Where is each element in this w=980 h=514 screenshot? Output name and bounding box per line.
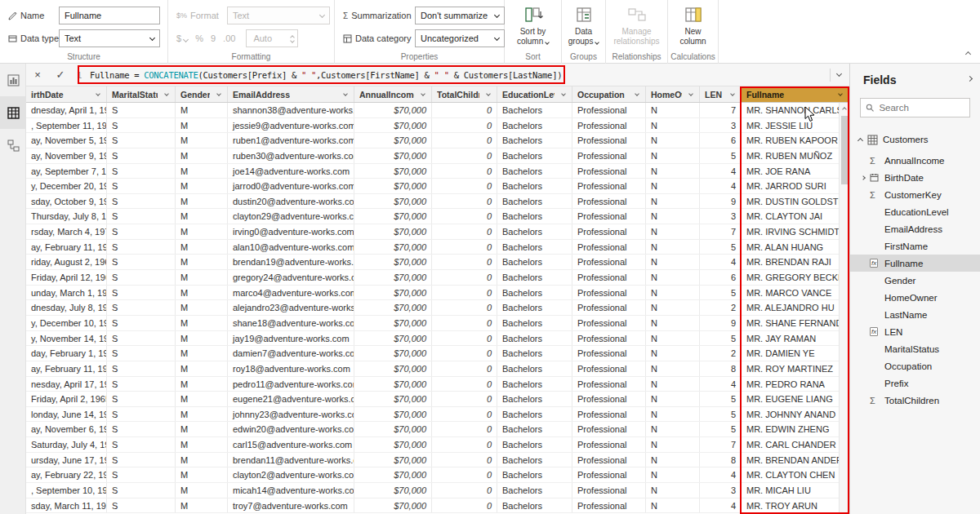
table-cell[interactable]: M [176, 164, 228, 179]
table-cell[interactable]: 0 [432, 437, 497, 452]
table-cell[interactable]: Bachelors [497, 392, 572, 406]
column-header-maritalstatus[interactable]: MaritalStatus [107, 86, 176, 102]
table-cell[interactable]: Bachelors [497, 286, 572, 300]
table-cell[interactable]: Professional [572, 453, 646, 467]
decimal-places-button[interactable]: .00 [223, 33, 235, 43]
table-cell[interactable]: Bachelors [497, 224, 572, 239]
table-cell[interactable]: M [176, 361, 228, 376]
table-cell[interactable]: 0 [432, 240, 497, 255]
table-cell[interactable]: $70,000 [354, 392, 432, 406]
table-cell[interactable]: M [176, 422, 228, 436]
table-cell[interactable]: $70,000 [354, 286, 432, 300]
field-item-birthdate[interactable]: BirthDate [850, 169, 980, 186]
table-cell[interactable]: M [176, 255, 228, 269]
table-cell[interactable]: irving0@adventure-works.com [228, 224, 354, 239]
table-cell[interactable]: $70,000 [354, 270, 432, 285]
table-cell[interactable]: 0 [432, 103, 497, 117]
table-cell[interactable]: Professional [572, 240, 646, 255]
table-cell[interactable]: MR. JOHNNY ANAND [742, 407, 849, 422]
table-cell[interactable]: N [646, 392, 700, 406]
table-cell[interactable]: Bachelors [497, 498, 572, 513]
table-cell[interactable]: ay, February 11, 1974 [26, 240, 107, 255]
report-view-button[interactable] [0, 64, 26, 96]
table-cell[interactable]: 0 [432, 392, 497, 406]
table-cell[interactable]: 0 [432, 179, 497, 193]
table-cell[interactable]: Bachelors [497, 164, 572, 179]
table-cell[interactable]: MR. CLAYTON JAI [742, 209, 849, 224]
fields-collapse-icon[interactable] [967, 76, 973, 82]
table-cell[interactable]: MR. EUGENE LIANG [742, 392, 849, 406]
table-cell[interactable]: Bachelors [497, 270, 572, 285]
table-cell[interactable]: alejandro23@adventure-works.com [228, 300, 354, 315]
table-cell[interactable]: pedro11@adventure-works.com [228, 377, 354, 392]
table-cell[interactable]: Thursday, July 8, 1976 [26, 209, 107, 224]
table-cell[interactable]: Professional [572, 361, 646, 376]
scrollbar-thumb[interactable] [841, 116, 848, 184]
table-cell[interactable]: S [107, 407, 176, 422]
table-cell[interactable]: S [107, 224, 176, 239]
table-cell[interactable]: 0 [432, 467, 497, 482]
table-cell[interactable]: M [176, 148, 228, 163]
currency-format-button[interactable]: $ [176, 33, 188, 43]
table-cell[interactable]: Professional [572, 255, 646, 269]
table-cell[interactable]: MR. IRVING SCHMIDT [742, 224, 849, 239]
table-cell[interactable]: Professional [572, 224, 646, 239]
table-cell[interactable]: MR. DAMIEN YE [742, 346, 849, 361]
table-cell[interactable]: Bachelors [497, 300, 572, 315]
manage-relationships-button[interactable]: Managerelationships [606, 4, 667, 47]
table-cell[interactable]: 5 [700, 331, 742, 346]
table-cell[interactable]: M [176, 240, 228, 255]
table-cell[interactable]: sday, March 11, 1964 [26, 498, 107, 513]
table-cell[interactable]: M [176, 467, 228, 482]
table-cell[interactable]: Professional [572, 392, 646, 406]
column-header-totalchildren[interactable]: TotalChildren [432, 86, 497, 102]
table-cell[interactable]: Professional [572, 483, 646, 498]
table-cell[interactable]: N [646, 467, 700, 482]
formula-expand-icon[interactable] [836, 71, 842, 77]
table-cell[interactable]: M [176, 209, 228, 224]
field-item-annualincome[interactable]: ΣAnnualIncome [850, 152, 980, 169]
table-cell[interactable]: Bachelors [497, 407, 572, 422]
table-cell[interactable]: ay, February 22, 1965 [26, 467, 107, 482]
column-filter-icon[interactable] [340, 89, 350, 100]
table-cell[interactable]: 0 [432, 361, 497, 376]
table-cell[interactable]: dnesday, April 1, 1964 [26, 103, 107, 117]
column-header-len[interactable]: LEN [700, 86, 742, 102]
decimal-auto-spinner[interactable]: Auto [246, 29, 298, 47]
table-cell[interactable]: M [176, 286, 228, 300]
table-cell[interactable]: S [107, 377, 176, 392]
table-cell[interactable]: M [176, 331, 228, 346]
table-cell[interactable]: shane18@adventure-works.com [228, 316, 354, 330]
table-cell[interactable]: Professional [572, 148, 646, 163]
table-cell[interactable]: M [176, 407, 228, 422]
table-cell[interactable]: Bachelors [497, 103, 572, 117]
table-cell[interactable]: ay, November 5, 1963 [26, 133, 107, 148]
table-cell[interactable]: MR. EDWIN ZHENG [742, 422, 849, 436]
table-cell[interactable]: $70,000 [354, 453, 432, 467]
table-cell[interactable]: Professional [572, 179, 646, 193]
table-cell[interactable]: MR. JARROD SURI [742, 179, 849, 193]
table-cell[interactable]: Bachelors [497, 255, 572, 269]
table-collapse-icon[interactable] [858, 137, 863, 143]
table-cell[interactable]: N [646, 331, 700, 346]
table-cell[interactable]: S [107, 467, 176, 482]
table-cell[interactable]: rsday, March 4, 1976 [26, 224, 107, 239]
table-cell[interactable]: 0 [432, 300, 497, 315]
table-cell[interactable]: roy18@adventure-works.com [228, 361, 354, 376]
table-cell[interactable]: $70,000 [354, 498, 432, 513]
table-cell[interactable]: Bachelors [497, 331, 572, 346]
table-cell[interactable]: M [176, 179, 228, 193]
table-cell[interactable]: S [107, 316, 176, 330]
table-cell[interactable]: M [176, 118, 228, 133]
table-cell[interactable]: S [107, 331, 176, 346]
table-cell[interactable]: MR. ALAN HUANG [742, 240, 849, 255]
table-cell[interactable]: 5 [700, 392, 742, 406]
table-cell[interactable]: alan10@adventure-works.com [228, 240, 354, 255]
table-cell[interactable]: Professional [572, 346, 646, 361]
table-cell[interactable]: 3 [700, 209, 742, 224]
column-filter-icon[interactable] [92, 89, 103, 100]
table-cell[interactable]: ruben30@adventure-works.com [228, 148, 354, 163]
table-cell[interactable]: $70,000 [354, 346, 432, 361]
table-cell[interactable]: 0 [432, 422, 497, 436]
column-filter-icon[interactable] [685, 89, 696, 100]
